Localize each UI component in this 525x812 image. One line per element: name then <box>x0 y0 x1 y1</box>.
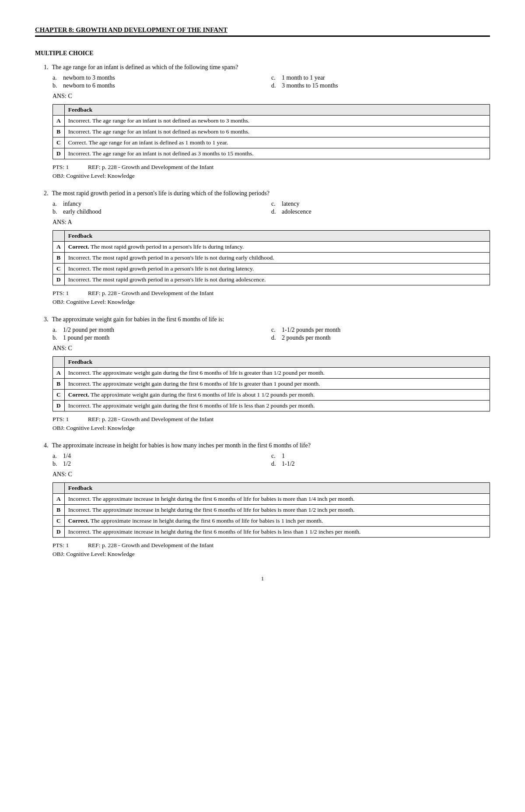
feedback-row-A: AIncorrect. The approximate increase in … <box>53 494 490 505</box>
feedback-row-B: BIncorrect. The approximate increase in … <box>53 505 490 516</box>
feedback-row-D: DIncorrect. The age range for an infant … <box>53 148 490 159</box>
question-4-pts: PTS: 1 REF: p. 228 - Growth and Developm… <box>52 542 490 549</box>
feedback-row-D: DIncorrect. The approximate increase in … <box>53 527 490 538</box>
choice-text: 1/4 <box>63 453 71 460</box>
feedback-row-D: DIncorrect. The approximate weight gain … <box>53 401 490 411</box>
question-2-choice-c: c.latency <box>271 200 490 207</box>
question-4-choices: a.1/4c.1b.1/2d.1-1/2 <box>52 453 490 468</box>
question-3-pts: PTS: 1 REF: p. 228 - Growth and Developm… <box>52 416 490 423</box>
question-1-text: 1.The age range for an infant is defined… <box>44 64 490 71</box>
question-3-choice-a: a.1/2 pound per month <box>52 327 271 334</box>
question-1-choice-c: c.1 month to 1 year <box>271 74 490 81</box>
question-1-pts: PTS: 1 REF: p. 228 - Growth and Developm… <box>52 164 490 171</box>
question-1-feedback-table: FeedbackAIncorrect. The age range for an… <box>52 104 490 159</box>
choice-text: 1 pound per month <box>63 334 109 341</box>
feedback-row-B: BIncorrect. The age range for an infant … <box>53 127 490 137</box>
feedback-row-D-label: D <box>53 148 65 159</box>
feedback-row-C-text: Correct. The approximate weight gain dur… <box>64 390 490 401</box>
feedback-row-A-text: Correct. The most rapid growth period in… <box>64 242 490 253</box>
question-1-choice-b: b.newborn to 6 months <box>52 82 271 89</box>
feedback-header-empty <box>53 105 65 116</box>
choice-text: 1-1/2 <box>282 460 295 468</box>
feedback-row-D-text: Incorrect. The most rapid growth period … <box>64 274 490 285</box>
question-1-obj: OBJ: Cognitive Level: Knowledge <box>52 172 490 179</box>
question-3-text: 3.The approximate weight gain for babies… <box>44 316 490 323</box>
choice-letter: a. <box>52 453 60 460</box>
question-4-choice-d: d.1-1/2 <box>271 460 490 468</box>
choice-letter: d. <box>271 208 278 215</box>
feedback-row-A: ACorrect. The most rapid growth period i… <box>53 242 490 253</box>
question-1-choice-d: d.3 months to 15 months <box>271 82 490 89</box>
feedback-row-C-text: Correct. The approximate increase in hei… <box>64 516 490 527</box>
question-2-feedback-table: FeedbackACorrect. The most rapid growth … <box>52 230 490 285</box>
feedback-row-C-text: Correct. The age range for an infant is … <box>64 137 490 148</box>
feedback-row-C: CCorrect. The age range for an infant is… <box>53 137 490 148</box>
choice-letter: c. <box>271 74 278 81</box>
question-4-feedback-table: FeedbackAIncorrect. The approximate incr… <box>52 482 490 538</box>
feedback-row-D-label: D <box>53 527 65 538</box>
choice-letter: a. <box>52 327 60 334</box>
feedback-row-D-label: D <box>53 274 65 285</box>
choice-letter: a. <box>52 200 60 207</box>
feedback-header-label: Feedback <box>64 105 490 116</box>
question-1-choice-a: a.newborn to 3 months <box>52 74 271 81</box>
choice-text: 1 month to 1 year <box>282 74 325 81</box>
choice-text: newborn to 3 months <box>63 74 115 81</box>
feedback-row-C: CCorrect. The approximate increase in he… <box>53 516 490 527</box>
feedback-row-D-text: Incorrect. The age range for an infant i… <box>64 148 490 159</box>
choice-text: newborn to 6 months <box>63 82 115 89</box>
feedback-row-D-label: D <box>53 401 65 411</box>
feedback-row-B-label: B <box>53 379 65 390</box>
question-3-answer: ANS: C <box>52 345 490 352</box>
question-4-choice-a: a.1/4 <box>52 453 271 460</box>
feedback-row-A-text: Incorrect. The approximate weight gain d… <box>64 368 490 379</box>
question-2-obj: OBJ: Cognitive Level: Knowledge <box>52 299 490 306</box>
choice-text: 3 months to 15 months <box>282 82 338 89</box>
feedback-row-A-label: A <box>53 242 65 253</box>
choice-text: infancy <box>63 200 81 207</box>
feedback-row-C-label: C <box>53 264 65 274</box>
question-2-choice-b: b.early childhood <box>52 208 271 215</box>
feedback-row-D-text: Incorrect. The approximate increase in h… <box>64 527 490 538</box>
question-2: 2.The most rapid growth period in a pers… <box>35 190 490 306</box>
feedback-row-B-label: B <box>53 127 65 137</box>
feedback-row-D: DIncorrect. The most rapid growth period… <box>53 274 490 285</box>
feedback-row-C-label: C <box>53 390 65 401</box>
questions-container: 1.The age range for an infant is defined… <box>35 64 490 558</box>
question-2-text: 2.The most rapid growth period in a pers… <box>44 190 490 197</box>
choice-text: 2 pounds per month <box>282 334 331 341</box>
feedback-row-B: BIncorrect. The most rapid growth period… <box>53 253 490 264</box>
choice-text: 1/2 <box>63 460 71 468</box>
feedback-header-label: Feedback <box>64 357 490 368</box>
feedback-row-C-text: Incorrect. The most rapid growth period … <box>64 264 490 274</box>
choice-text: latency <box>282 200 299 207</box>
question-2-choices: a.infancyc.latencyb.early childhoodd.ado… <box>52 200 490 215</box>
feedback-row-D-text: Incorrect. The approximate weight gain d… <box>64 401 490 411</box>
feedback-row-A: AIncorrect. The approximate weight gain … <box>53 368 490 379</box>
feedback-row-B-label: B <box>53 505 65 516</box>
feedback-row-A-text: Incorrect. The approximate increase in h… <box>64 494 490 505</box>
feedback-row-A-label: A <box>53 116 65 127</box>
question-1: 1.The age range for an infant is defined… <box>35 64 490 179</box>
question-4: 4.The approximate increase in height for… <box>35 442 490 558</box>
choice-text: 1 <box>282 453 285 460</box>
question-4-answer: ANS: C <box>52 471 490 478</box>
question-1-choices: a.newborn to 3 monthsc.1 month to 1 year… <box>52 74 490 89</box>
feedback-row-A-text: Incorrect. The age range for an infant i… <box>64 116 490 127</box>
question-3-choice-d: d.2 pounds per month <box>271 334 490 341</box>
choice-letter: b. <box>52 460 60 468</box>
choice-letter: c. <box>271 200 278 207</box>
feedback-header-label: Feedback <box>64 483 490 494</box>
feedback-row-B-text: Incorrect. The approximate weight gain d… <box>64 379 490 390</box>
feedback-row-A: AIncorrect. The age range for an infant … <box>53 116 490 127</box>
question-2-choice-a: a.infancy <box>52 200 271 207</box>
question-3-choice-b: b.1 pound per month <box>52 334 271 341</box>
feedback-header-empty <box>53 357 65 368</box>
choice-letter: d. <box>271 334 278 341</box>
choice-letter: a. <box>52 74 60 81</box>
question-2-answer: ANS: A <box>52 219 490 226</box>
feedback-header-empty <box>53 231 65 242</box>
choice-letter: c. <box>271 453 278 460</box>
page-number: 1 <box>35 575 490 582</box>
choice-text: 1/2 pound per month <box>63 327 114 334</box>
